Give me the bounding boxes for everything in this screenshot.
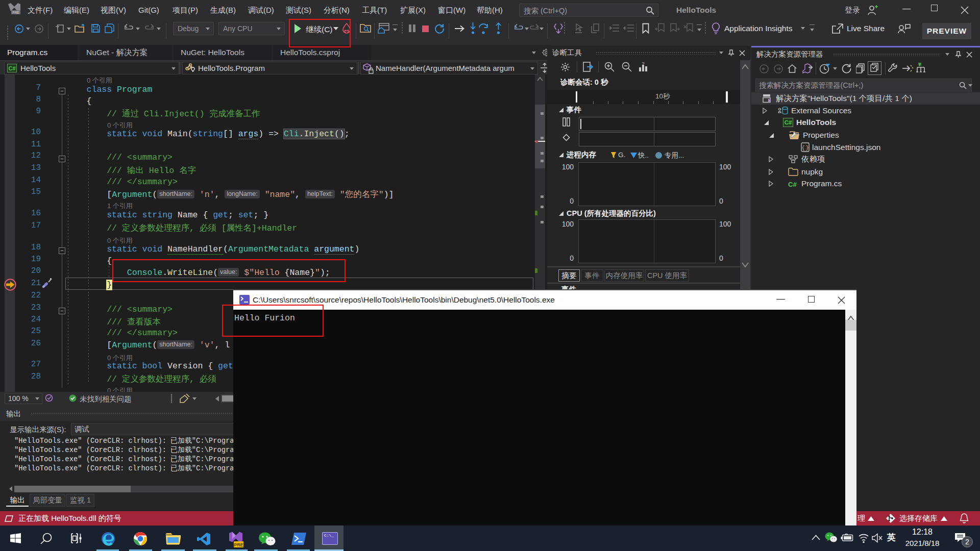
svg-text:?: ?	[642, 61, 644, 66]
svg-text:{ }: { }	[801, 145, 808, 151]
svg-text:PRE: PRE	[234, 542, 243, 547]
